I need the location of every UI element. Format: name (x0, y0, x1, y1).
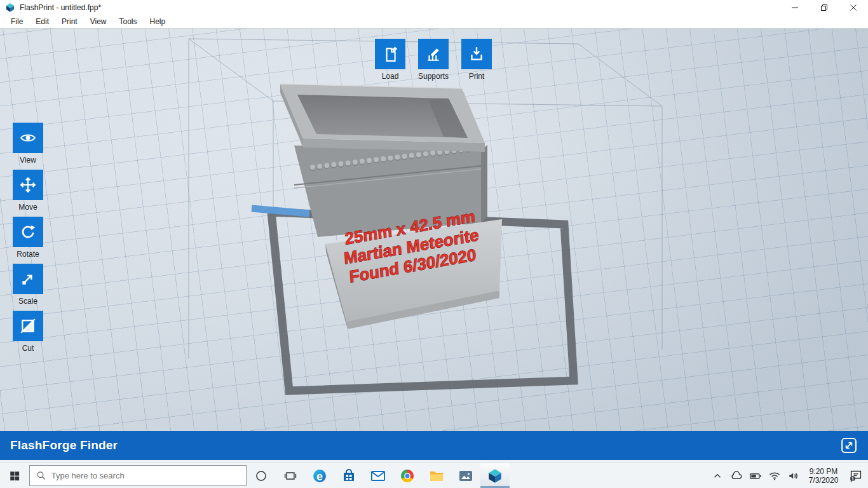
print-button[interactable]: Print (461, 39, 492, 81)
photos-icon (458, 468, 473, 484)
tray-network-button[interactable] (765, 463, 784, 488)
move-label: Move (13, 203, 43, 212)
task-view-button[interactable] (276, 463, 305, 488)
cortana-button[interactable] (247, 463, 276, 488)
flashprint-logo-icon (5, 3, 15, 13)
taskbar-app-chrome[interactable] (393, 463, 422, 488)
minimize-button[interactable] (780, 0, 810, 15)
taskbar-app-file-explorer[interactable] (422, 463, 451, 488)
load-button[interactable]: Load (375, 39, 405, 81)
rotate-label: Rotate (13, 250, 43, 259)
supports-icon (425, 46, 442, 62)
windows-logo-icon (9, 470, 20, 482)
taskbar: e (0, 463, 868, 488)
start-button[interactable] (0, 463, 29, 488)
search-icon (36, 470, 46, 481)
taskbar-app-edge[interactable]: e (305, 463, 334, 488)
notification-center-button[interactable]: 1 (844, 463, 868, 488)
titlebar: FlashPrint - untitled.fpp* (0, 0, 868, 15)
rotate-button[interactable]: Rotate (13, 217, 43, 259)
menu-file[interactable]: File (4, 15, 29, 28)
cortana-icon (255, 470, 268, 482)
move-icon (20, 177, 36, 193)
notification-badge: 1 (851, 476, 854, 480)
tray-battery-button[interactable] (746, 463, 765, 488)
printer-name: FlashForge Finder (10, 438, 118, 452)
printer-bar: FlashForge Finder (0, 431, 868, 460)
menu-tools[interactable]: Tools (113, 15, 144, 28)
taskbar-search[interactable] (29, 465, 247, 486)
close-button[interactable] (839, 0, 868, 15)
scale-button[interactable]: Scale (13, 264, 43, 306)
clock-time: 9:20 PM (803, 467, 844, 476)
battery-icon (749, 470, 762, 482)
notification-icon: 1 (849, 469, 863, 483)
flashprint-taskbar-icon (487, 468, 503, 484)
taskbar-app-flashprint[interactable] (480, 463, 510, 488)
edge-icon: e (312, 468, 327, 484)
view-button[interactable]: View (13, 123, 43, 165)
supports-label: Supports (418, 72, 449, 81)
cut-button[interactable]: Cut (13, 311, 43, 353)
taskbar-app-photos[interactable] (451, 463, 480, 488)
taskbar-app-store[interactable] (334, 463, 363, 488)
scale-label: Scale (13, 297, 43, 306)
load-label: Load (375, 72, 405, 81)
viewport-3d[interactable]: 25mm x 42.5 mm Martian Meteorite Found 6… (0, 28, 868, 431)
menu-edit[interactable]: Edit (29, 15, 55, 28)
taskbar-app-mail[interactable] (363, 463, 393, 488)
tray-overflow-button[interactable] (708, 463, 727, 488)
window-controls (780, 0, 868, 15)
supports-button[interactable]: Supports (418, 39, 449, 81)
svg-text:e: e (316, 470, 323, 482)
cloud-icon (730, 470, 743, 482)
menubar: File Edit Print View Tools Help (0, 15, 868, 28)
menu-help[interactable]: Help (144, 15, 172, 28)
close-icon (850, 4, 857, 11)
print-label: Print (461, 72, 492, 81)
menu-print[interactable]: Print (55, 15, 84, 28)
viewport-vignette (0, 29, 868, 431)
cut-label: Cut (13, 344, 43, 353)
print-icon (468, 46, 485, 62)
speaker-icon (787, 470, 800, 482)
system-tray: 9:20 PM 7/3/2020 1 (708, 463, 868, 488)
expand-icon (841, 438, 857, 453)
move-button[interactable]: Move (13, 170, 43, 212)
restore-icon (821, 4, 827, 11)
clock-date: 7/3/2020 (803, 476, 844, 485)
view-label: View (13, 156, 43, 165)
search-input[interactable] (51, 471, 240, 480)
wifi-icon (768, 470, 781, 482)
minimize-icon (792, 4, 798, 11)
chrome-icon (400, 468, 415, 484)
window-title: FlashPrint - untitled.fpp* (20, 3, 101, 12)
chevron-up-icon (712, 470, 723, 482)
maximize-button[interactable] (810, 0, 839, 15)
scale-icon (20, 271, 36, 287)
file-explorer-icon (429, 468, 444, 484)
view-icon (20, 130, 36, 146)
load-icon (382, 46, 398, 62)
menu-view[interactable]: View (84, 15, 113, 28)
task-view-icon (284, 470, 297, 482)
taskbar-clock[interactable]: 9:20 PM 7/3/2020 (803, 467, 844, 485)
store-icon (341, 468, 356, 484)
cut-icon (20, 318, 36, 334)
tray-volume-button[interactable] (784, 463, 803, 488)
machine-settings-button[interactable] (840, 437, 858, 454)
rotate-icon (20, 224, 36, 240)
mail-icon (370, 468, 386, 484)
tray-onedrive-button[interactable] (727, 463, 746, 488)
